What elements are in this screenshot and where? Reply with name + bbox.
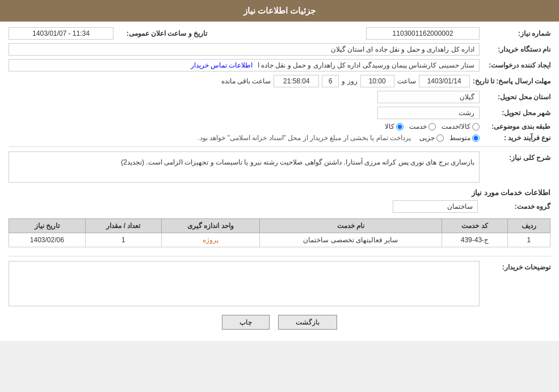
service-group-value: ساختمان (393, 200, 478, 213)
deadline-row: مهلت ارسال پاسخ: تا تاریخ: 1403/01/14 سا… (9, 75, 550, 87)
announcement-date-value: 1403/01/07 - 11:34 (9, 27, 114, 40)
city-value: رشت (377, 107, 480, 119)
category-option-khadamat[interactable]: خدمت (409, 123, 436, 130)
service-group-label: گروه خدمت: (482, 203, 550, 210)
divider2 (9, 256, 550, 256)
creator-link[interactable]: اطلاعات تماس خریدار (191, 61, 253, 69)
purchase-type-radio-group: متوسط جزیی (419, 134, 480, 142)
col-header-date: تاریخ نیاز (9, 219, 86, 233)
need-number-row: شماره نیاز: 1103001162000002 تاریخ و ساع… (9, 27, 550, 40)
divider1 (9, 146, 550, 147)
buyer-desc-row: توضیحات خریدار: (9, 261, 550, 306)
buyer-org-row: نام دستگاه خریدار: اداره کل راهداری و حم… (9, 43, 550, 56)
buyer-org-label: نام دستگاه خریدار: (482, 45, 550, 53)
purchase-type-row: نوع فرآیند خرید : متوسط جزیی پرداخت تمام… (9, 134, 550, 142)
remaining-time-suffix: ساعت باقی مانده (221, 77, 271, 85)
buyer-desc-label: توضیحات خریدار: (482, 261, 550, 271)
reply-deadline-label: مهلت ارسال پاسخ: تا تاریخ: (473, 77, 550, 85)
creator-label: ایجاد کننده درخواست: (482, 61, 550, 69)
deadline-day-label: روز و (342, 77, 357, 85)
service-group-row: گروه خدمت: ساختمان (9, 200, 550, 213)
col-header-code: کد خدمت (442, 219, 507, 233)
category-row: طبقه بندی موضوعی: کالا/خدمت خدمت کالا (9, 123, 550, 130)
creator-value: ستار حسینی کارشناس پیمان ورسیدگی اداره ک… (9, 59, 480, 71)
purchase-jozei-label: جزیی (419, 134, 435, 142)
province-row: استان محل تحویل: گیلان (9, 91, 550, 103)
purchase-type-jozei[interactable]: جزیی (419, 134, 444, 142)
services-table: ردیف کد خدمت نام خدمت واحد اندازه گیری ت… (9, 218, 550, 247)
general-desc-value: بازسازی برج های نوری پس کرانه مرزی آستار… (9, 151, 480, 183)
province-label: استان محل تحویل: (482, 93, 550, 101)
page-title: جزئیات اطلاعات نیاز (243, 6, 316, 15)
back-button[interactable]: بازگشت (278, 315, 337, 330)
creator-text: ستار حسینی کارشناس پیمان ورسیدگی اداره ک… (258, 61, 474, 69)
print-button[interactable]: چاپ (222, 315, 270, 330)
announcement-date-label: تاریخ و ساعت اعلان عمومی: (116, 29, 207, 37)
page-header: جزئیات اطلاعات نیاز (0, 0, 559, 22)
deadline-days: 6 (322, 75, 339, 87)
services-table-section: ردیف کد خدمت نام خدمت واحد اندازه گیری ت… (9, 218, 550, 247)
need-number-label: شماره نیاز: (482, 29, 550, 37)
city-label: شهر محل تحویل: (482, 109, 550, 117)
col-header-unit: واحد اندازه گیری (162, 219, 259, 233)
col-header-name: نام خدمت (259, 219, 442, 233)
deadline-remaining: 21:58:04 (274, 75, 319, 87)
deadline-time-label: ساعت (397, 77, 416, 85)
purchase-motavaset-label: متوسط (449, 134, 470, 142)
cell-code: ج-43-439 (442, 233, 507, 247)
cell-unit[interactable]: پروژه (162, 233, 259, 247)
bottom-buttons: بازگشت چاپ (9, 315, 550, 330)
creator-row: ایجاد کننده درخواست: ستار حسینی کارشناس … (9, 59, 550, 71)
city-row: شهر محل تحویل: رشت (9, 107, 550, 119)
category-khadamat-label: خدمت (409, 123, 427, 130)
category-radio-group: کالا/خدمت خدمت کالا (385, 123, 480, 130)
services-section-title: اطلاعات خدمات مورد نیاز (9, 188, 550, 197)
cell-row-num: 1 (507, 233, 550, 247)
table-row: 1 ج-43-439 سایر فعالیتهای تخصصی ساختمان … (9, 233, 550, 247)
general-desc-row: شرح کلی نیاز: بازسازی برج های نوری پس کر… (9, 151, 550, 183)
col-header-row-num: ردیف (507, 219, 550, 233)
deadline-date: 1403/01/14 (419, 75, 470, 87)
general-desc-label: شرح کلی نیاز: (482, 151, 550, 162)
province-value: گیلان (377, 91, 480, 103)
deadline-time: 10:00 (360, 75, 394, 87)
category-option-kala-khadamat[interactable]: کالا/خدمت (442, 123, 480, 130)
col-header-quantity: تعداد / مقدار (85, 219, 162, 233)
category-kala-label: کالا (385, 123, 394, 130)
cell-date: 1403/02/06 (9, 233, 86, 247)
buyer-desc-textarea[interactable] (9, 261, 480, 306)
need-number-value: 1103001162000002 (366, 27, 480, 40)
purchase-type-note: پرداخت تمام یا بخشی از مبلغ خریدار از مح… (198, 134, 411, 142)
category-label: طبقه بندی موضوعی: (482, 123, 550, 130)
cell-name: سایر فعالیتهای تخصصی ساختمان (259, 233, 442, 247)
cell-quantity: 1 (85, 233, 162, 247)
purchase-type-label: نوع فرآیند خرید : (482, 134, 550, 142)
buyer-org-value: اداره کل راهداری و حمل و نقل جاده ای است… (9, 43, 480, 56)
purchase-type-motavaset[interactable]: متوسط (449, 134, 480, 142)
category-option-kala[interactable]: کالا (385, 123, 404, 130)
category-kala-khadamat-label: کالا/خدمت (442, 123, 470, 130)
table-header-row: ردیف کد خدمت نام خدمت واحد اندازه گیری ت… (9, 219, 550, 233)
